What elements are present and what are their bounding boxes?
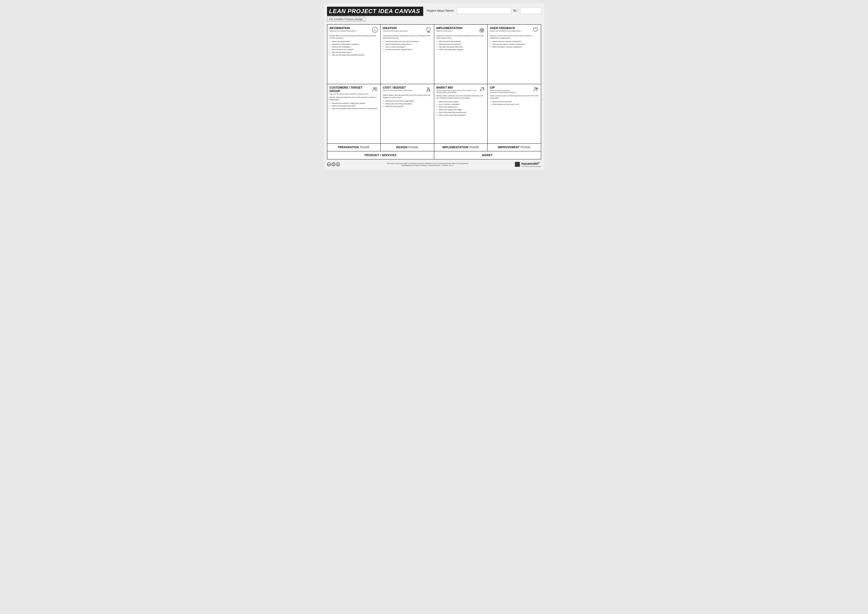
ideation-list-item: How did you generate and select new idea… bbox=[385, 40, 432, 43]
user-feedback-header: USER FEEDBACK What is the feedback of th… bbox=[490, 26, 539, 34]
page: LEAN PROJECT IDEA CANVAS For Creative Pr… bbox=[324, 3, 544, 170]
implementation-desc: Implement, document and create the adapt… bbox=[436, 34, 485, 39]
nr-label: Nr.: bbox=[513, 9, 518, 12]
svg-point-10 bbox=[375, 87, 377, 89]
cost-title: COST / BUDGET bbox=[383, 86, 412, 90]
implementation-header: IMPLEMENTATION What are the results? bbox=[436, 26, 485, 34]
cost-list-item: What time has a period? bbox=[385, 105, 432, 108]
information-icon bbox=[372, 26, 378, 34]
user-feedback-title: USER FEEDBACK bbox=[490, 26, 521, 30]
svg-point-2 bbox=[375, 28, 375, 29]
user-feedback-subtitle: What is the feedback of the project idea… bbox=[490, 30, 521, 32]
markt-mix-header: MARKT MIX How should be the project idea… bbox=[436, 86, 485, 94]
cip-header: CIP What should be improved?Continuous i… bbox=[490, 86, 539, 94]
user-feedback-list-item: How to measure customer satisfaction? bbox=[492, 40, 539, 43]
user-feedback-list-item: What could affect customer satisfaction? bbox=[492, 45, 539, 48]
phase-design: DESIGN PHASE bbox=[381, 144, 434, 151]
svg-point-17 bbox=[535, 87, 536, 89]
cip-cell: CIP What should be improved?Continuous i… bbox=[488, 84, 541, 143]
markt-mix-list-item: How is the project idea made known? bbox=[439, 111, 485, 113]
information-list-item: Who are the project idea potential partn… bbox=[332, 54, 378, 56]
implementation-icon bbox=[479, 26, 485, 34]
phase-implementation-label: IMPLEMENTATION PHASE bbox=[442, 146, 479, 149]
ideation-icon bbox=[425, 26, 432, 34]
information-title: INFORMATION bbox=[329, 26, 356, 30]
customers-list-item: What are the project idea value? bbox=[332, 104, 378, 107]
svg-point-9 bbox=[374, 87, 375, 89]
bottom-labels-row: PRODUKT / SERVICES MARKT bbox=[327, 151, 541, 159]
ideation-subtitle: How does the project idea work? bbox=[383, 30, 408, 32]
ideation-desc: Generating, selecting, prototyping, test… bbox=[383, 34, 432, 39]
customers-desc: Identify, define and determine who are t… bbox=[329, 96, 378, 101]
header: LEAN PROJECT IDEA CANVAS For Creative Pr… bbox=[327, 7, 541, 21]
phase-row: PREPARATION PHASE DESIGN PHASE IMPLEMENT… bbox=[327, 144, 541, 151]
cost-desc: Identify, define, and calculate how much… bbox=[383, 94, 432, 99]
information-desc: Identify, define, find the challenge and… bbox=[329, 34, 378, 39]
cost-list: What are the costs of the project idea? … bbox=[383, 99, 432, 108]
ideation-list-item: How do you test the selected ideas? bbox=[385, 48, 432, 51]
customers-header: CUSTOMERS / TARGET GROUP Who are the pro… bbox=[329, 86, 378, 96]
user-feedback-cell: USER FEEDBACK What is the feedback of th… bbox=[488, 25, 541, 84]
cip-list: What should be improved? What measures d… bbox=[490, 100, 539, 106]
customers-title: CUSTOMERS / TARGET GROUP bbox=[329, 86, 372, 93]
information-list: What is the project idea? What kind of i… bbox=[329, 40, 378, 56]
implementation-list-item: What is the project idea strategy? bbox=[439, 48, 485, 51]
svg-line-14 bbox=[429, 87, 429, 88]
ideation-list: How did you generate and select new idea… bbox=[383, 40, 432, 51]
phase-preparation-label: PREPARATION PHASE bbox=[338, 146, 370, 149]
bottom-produkt: PRODUKT / SERVICES bbox=[327, 151, 434, 159]
user-feedback-list-item: How can you improve customer satisfactio… bbox=[492, 43, 539, 45]
customers-list-item: Who are the project ideas Potential cust… bbox=[332, 107, 378, 110]
cip-title-block: CIP What should be improved?Continuous i… bbox=[490, 86, 516, 94]
cost-icon bbox=[425, 86, 432, 93]
phase-improvement-label: IMPROVEMENT PHASE bbox=[498, 146, 530, 149]
cip-desc: Check, measure, record, further improve … bbox=[490, 95, 539, 99]
ideation-title-block: IDEATION How does the project idea work? bbox=[383, 26, 408, 33]
project-name-input[interactable] bbox=[456, 7, 511, 14]
information-subtitle: What are the required information? bbox=[329, 30, 356, 32]
main-title: LEAN PROJECT IDEA CANVAS bbox=[329, 8, 420, 14]
markt-mix-subtitle: How should be the project idea on the ma… bbox=[436, 90, 479, 93]
customers-title-block: CUSTOMERS / TARGET GROUP Who are the pro… bbox=[329, 86, 372, 96]
markt-mix-icon bbox=[479, 86, 485, 93]
customers-list-item: What are the customer / target group nee… bbox=[332, 102, 378, 104]
footer: cc ⓘ $ This work is licensed under a Cre… bbox=[327, 161, 541, 168]
nc-icon: $ bbox=[336, 163, 340, 166]
markt-mix-list-item: Where is the project idea marketed? bbox=[439, 114, 485, 116]
information-list-item: What resources are needed? bbox=[332, 48, 378, 51]
cip-list-item: What should be improved? bbox=[492, 100, 539, 103]
subtitle: For Creative Process Design bbox=[327, 17, 365, 21]
nr-input[interactable] bbox=[520, 7, 541, 14]
brand-tagline: for creative process design bbox=[521, 166, 541, 167]
header-right: Project ideas Name: Nr.: bbox=[427, 7, 541, 14]
cost-subtitle: What are the costs of the project idea? bbox=[383, 90, 412, 91]
svg-line-13 bbox=[428, 87, 428, 88]
cip-title: CIP bbox=[490, 86, 516, 90]
brand-logo-square bbox=[515, 162, 520, 167]
cc-icon: cc bbox=[327, 163, 331, 166]
cost-header: COST / BUDGET What are the costs of the … bbox=[383, 86, 432, 93]
user-feedback-list: How to measure customer satisfaction? Ho… bbox=[490, 40, 539, 48]
canvas: INFORMATION What are the required inform… bbox=[327, 24, 541, 160]
footer-license-text: This work is licensed under a Creative C… bbox=[342, 163, 513, 166]
markt-mix-list-item: What is the selling price? bbox=[439, 105, 485, 108]
cip-subtitle: What should be improved?Continuous impro… bbox=[490, 90, 516, 93]
ideation-title: IDEATION bbox=[383, 26, 408, 30]
ideation-list-item: How to evaluate the positive ideas? bbox=[385, 43, 432, 45]
phase-improvement: IMPROVEMENT PHASE bbox=[488, 144, 541, 151]
svg-point-16 bbox=[483, 87, 484, 88]
svg-rect-8 bbox=[481, 31, 482, 31]
top-row: INFORMATION What are the required inform… bbox=[327, 25, 541, 84]
brand-text-block: mycanvskit® for creative process design bbox=[521, 161, 541, 167]
project-name-label: Project ideas Name: bbox=[427, 9, 454, 12]
implementation-list-item: How does the project idea work? bbox=[439, 45, 485, 48]
cost-list-item: What is the cost of the project idea? bbox=[385, 102, 432, 105]
cip-icon bbox=[532, 86, 539, 93]
implementation-list: What should be documented? What processe… bbox=[436, 40, 485, 51]
cost-cell: COST / BUDGET What are the costs of the … bbox=[381, 84, 434, 143]
markt-mix-cell: MARKT MIX How should be the project idea… bbox=[434, 84, 488, 143]
cost-title-block: COST / BUDGET What are the costs of the … bbox=[383, 86, 412, 92]
implementation-cell: IMPLEMENTATION What are the results? Imp… bbox=[434, 25, 488, 84]
information-title-block: INFORMATION What are the required inform… bbox=[329, 26, 356, 33]
markt-mix-list-item: How is the price calculated? bbox=[439, 103, 485, 105]
